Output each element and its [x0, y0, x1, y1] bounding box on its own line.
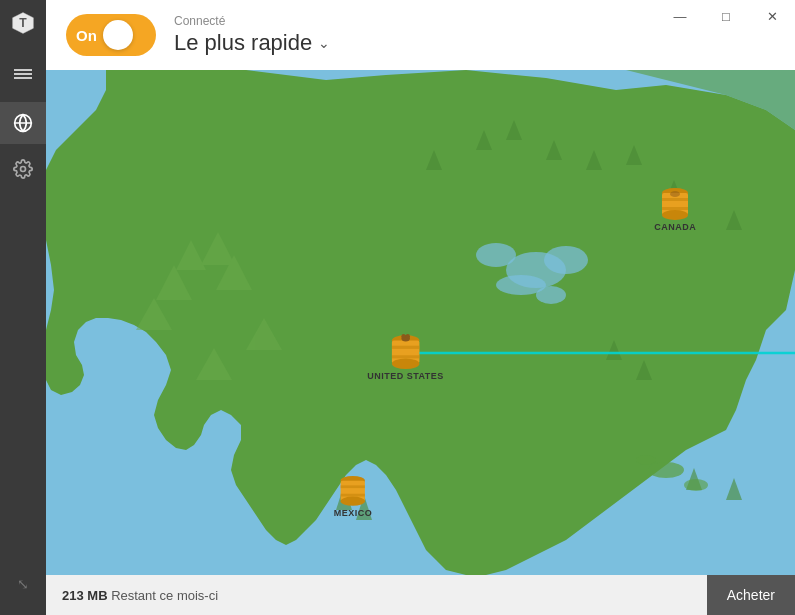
sidebar-item-resize[interactable]: ⤡ [0, 563, 46, 605]
connection-info: Connecté Le plus rapide ⌄ [174, 14, 330, 56]
vpn-toggle[interactable]: On [66, 14, 156, 56]
map-marker-us[interactable]: UNITED STATES [367, 333, 444, 381]
toggle-label: On [76, 27, 97, 44]
svg-point-33 [636, 455, 656, 465]
mexico-label: MEXICO [334, 508, 373, 518]
sidebar-item-globe[interactable] [0, 102, 46, 144]
barrel-icon-us [390, 333, 422, 369]
toggle-knob [103, 20, 133, 50]
svg-rect-53 [341, 494, 365, 497]
chevron-down-icon: ⌄ [318, 35, 330, 51]
close-button[interactable]: ✕ [749, 0, 795, 32]
svg-rect-45 [392, 355, 420, 358]
svg-rect-52 [341, 485, 365, 488]
bottombar: 213 MB Restant ce mois-ci Acheter [46, 575, 795, 615]
data-remaining-info: 213 MB Restant ce mois-ci [46, 588, 234, 603]
svg-point-31 [648, 462, 684, 478]
hamburger-menu[interactable] [0, 56, 46, 92]
svg-text:T: T [19, 16, 27, 30]
svg-rect-39 [662, 207, 688, 210]
sidebar-item-settings[interactable] [0, 148, 46, 190]
us-label: UNITED STATES [367, 371, 444, 381]
canada-label: CANADA [654, 222, 696, 232]
sidebar-bottom: ⤡ [0, 563, 46, 615]
maximize-button[interactable]: □ [703, 0, 749, 32]
svg-point-32 [684, 479, 708, 491]
map-area: CANADA UNITED STATES MEXICO [46, 70, 795, 575]
data-amount: 213 MB [62, 588, 108, 603]
svg-point-40 [670, 191, 680, 197]
svg-rect-44 [392, 345, 420, 348]
svg-point-30 [536, 286, 566, 304]
svg-point-37 [662, 210, 688, 220]
svg-point-47 [401, 334, 405, 338]
svg-point-3 [21, 167, 26, 172]
data-text: Restant ce mois-ci [108, 588, 219, 603]
titlebar: — □ ✕ [657, 0, 795, 32]
sidebar: T ⤡ [0, 0, 46, 615]
map-marker-canada[interactable]: CANADA [654, 186, 696, 232]
svg-point-51 [341, 497, 365, 506]
map-marker-mexico[interactable]: MEXICO [334, 474, 373, 518]
svg-point-48 [406, 334, 410, 338]
svg-point-27 [476, 243, 516, 267]
server-name: Le plus rapide [174, 30, 312, 56]
connection-status: Connecté [174, 14, 330, 28]
server-selector[interactable]: Le plus rapide ⌄ [174, 30, 330, 56]
sidebar-nav [0, 92, 46, 563]
barrel-icon-canada [660, 186, 690, 220]
barrel-icon-mexico [339, 474, 367, 506]
svg-point-28 [544, 246, 588, 274]
app-logo: T [0, 0, 46, 46]
buy-button[interactable]: Acheter [707, 575, 795, 615]
svg-point-43 [392, 358, 420, 369]
svg-rect-38 [662, 198, 688, 201]
minimize-button[interactable]: — [657, 0, 703, 32]
